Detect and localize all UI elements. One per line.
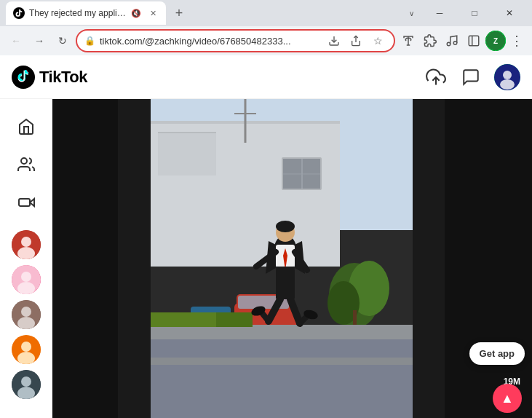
header-right [424, 64, 520, 90]
svg-point-15 [500, 79, 515, 90]
toolbar-icons: Z ⋮ [398, 30, 526, 52]
sidebar-video-icon[interactable] [10, 186, 42, 218]
bookmark-button[interactable]: ☆ [369, 32, 386, 50]
left-dark-panel [52, 99, 118, 418]
inbox-icon[interactable] [459, 66, 483, 89]
svg-point-23 [21, 272, 31, 282]
sidebar-avatar-2[interactable] [12, 265, 41, 294]
tiktok-main: Get app 19M ▲ [0, 99, 532, 418]
svg-text:Z: Z [493, 37, 498, 45]
browser-profile-icon[interactable]: Z [485, 31, 506, 51]
svg-point-4 [447, 42, 450, 46]
sidebar-avatar-4[interactable] [12, 335, 41, 364]
upload-icon[interactable] [424, 66, 448, 89]
svg-rect-70 [276, 267, 295, 299]
tiktok-logo[interactable]: TikTok [12, 66, 87, 89]
svg-point-16 [21, 158, 27, 164]
url-text: tiktok.com/@zachking/video/676850482333.… [100, 36, 321, 47]
tiktok-user-avatar[interactable] [494, 64, 520, 90]
navigation-bar: ← → ↻ 🔒 tiktok.com/@zachking/video/67685… [0, 26, 532, 55]
sidebar-avatars [12, 230, 41, 399]
get-app-button[interactable]: Get app [469, 342, 525, 365]
video-area[interactable] [118, 99, 445, 418]
svg-point-29 [21, 342, 31, 352]
svg-point-20 [21, 237, 31, 247]
svg-point-26 [21, 307, 31, 317]
music-icon[interactable] [442, 31, 462, 51]
tab-title: They rejected my application [29, 8, 127, 18]
window-controls: ∨ ─ □ ✕ [401, 0, 526, 26]
new-tab-button[interactable]: + [169, 3, 189, 23]
svg-rect-37 [158, 132, 216, 176]
svg-point-11 [12, 66, 35, 89]
sidebar [0, 99, 52, 418]
svg-point-5 [453, 42, 457, 45]
tiktok-logo-text: TikTok [39, 68, 87, 87]
video-content [151, 99, 413, 418]
svg-rect-59 [151, 312, 223, 327]
reload-button[interactable]: ↻ [52, 31, 73, 51]
svg-point-32 [21, 376, 31, 387]
back-button[interactable]: ← [6, 31, 26, 51]
svg-point-14 [503, 71, 512, 79]
sidebar-friends-icon[interactable] [10, 149, 42, 181]
active-tab[interactable]: They rejected my application 🔇 ✕ [6, 1, 166, 25]
svg-rect-60 [216, 312, 253, 327]
video-container [151, 99, 413, 418]
share-button[interactable] [347, 32, 365, 50]
svg-rect-17 [19, 199, 30, 206]
extensions-icon[interactable] [398, 31, 418, 51]
sidebar-home-icon[interactable] [10, 111, 42, 143]
tab-close-button[interactable]: ✕ [147, 7, 159, 19]
tab-bar: They rejected my application 🔇 ✕ + ∨ ─ □… [0, 0, 532, 26]
tiktok-page: TikTok [0, 55, 532, 418]
minimize-button[interactable]: ─ [423, 0, 456, 26]
lock-icon: 🔒 [84, 36, 95, 46]
svg-rect-38 [158, 132, 216, 133]
maximize-button[interactable]: □ [458, 0, 491, 26]
tab-mute-icon[interactable]: 🔇 [131, 9, 141, 18]
puzzle-icon[interactable] [420, 31, 440, 51]
right-panel: Get app 19M ▲ [445, 99, 532, 418]
tab-favicon [13, 7, 25, 19]
sidebar-avatar-3[interactable] [12, 300, 41, 329]
close-button[interactable]: ✕ [493, 0, 526, 26]
sidebar-avatar-5[interactable] [12, 370, 41, 399]
tab-chevron-button[interactable]: ∨ [401, 3, 421, 23]
tiktok-header: TikTok [0, 55, 532, 99]
scroll-up-button[interactable]: ▲ [493, 384, 522, 413]
svg-point-63 [276, 221, 295, 232]
sidebar-toggle-icon[interactable] [464, 31, 484, 51]
forward-button[interactable]: → [29, 31, 49, 51]
sidebar-avatar-1[interactable] [12, 230, 41, 259]
tiktok-logo-icon [12, 66, 35, 89]
address-bar[interactable]: 🔒 tiktok.com/@zachking/video/67685048233… [76, 29, 395, 52]
svg-rect-58 [151, 358, 413, 365]
browser-menu-button[interactable]: ⋮ [507, 30, 526, 52]
svg-rect-6 [469, 36, 479, 46]
download-page-button[interactable] [325, 32, 343, 50]
